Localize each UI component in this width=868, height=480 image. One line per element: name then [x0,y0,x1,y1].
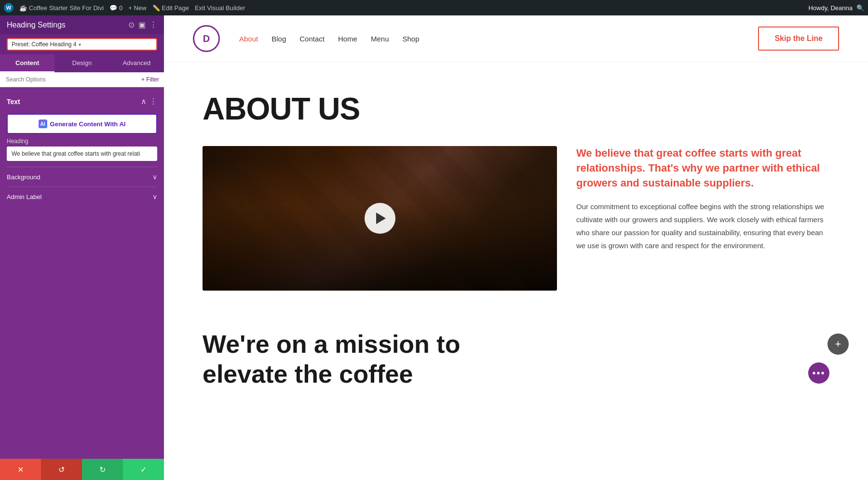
focus-icon[interactable]: ⊙ [128,20,135,29]
tab-design[interactable]: Design [54,54,109,72]
search-input[interactable] [0,72,136,87]
page-content: ABOUT US We believe that great coffee st… [164,62,868,418]
site-nav: About Blog Contact Home Menu Shop [239,35,739,43]
page-title: ABOUT US [203,91,829,127]
nav-about[interactable]: About [239,35,258,43]
comments-item[interactable]: 💬 0 [109,4,122,12]
text-section: Text ∧ ⋮ AI Generate Content With AI Hea… [0,93,164,161]
content-row: We believe that great coffee starts with… [203,146,829,291]
preset-dropdown[interactable]: Preset: Coffee Heading 4 ▾ [7,38,157,51]
nav-menu[interactable]: Menu [371,35,389,43]
ai-button-label: Generate Content With AI [50,120,126,128]
play-button[interactable] [365,203,395,234]
content-heading: We believe that great coffee starts with… [576,146,829,190]
sidebar-title: Heading Settings [7,21,66,29]
admin-label-section-header[interactable]: Admin Label ∨ [7,187,157,206]
nav-home[interactable]: Home [338,35,357,43]
sidebar-header-icons: ⊙ ▣ ⋮ [128,20,157,29]
undo-button[interactable]: ↺ [41,459,82,480]
admin-label-title: Admin Label [7,193,41,200]
redo-icon: ↻ [99,465,106,474]
admin-bar: W ☕ Coffee Starter Site For Divi 💬 0 + N… [0,0,868,15]
search-icon[interactable]: 🔍 [856,4,864,12]
tab-content[interactable]: Content [0,54,54,72]
pencil-icon: ✏️ [152,4,160,12]
float-plus-button[interactable]: + [827,333,849,355]
admin-chevron-down-icon: ∨ [152,193,157,200]
save-button[interactable]: ✓ [123,459,164,480]
save-icon: ✓ [140,465,147,474]
mission-title-line1: We're on a mission to [203,330,460,358]
plus-icon: + [835,338,841,350]
dots-icon: ••• [812,368,825,379]
background-section: Background ∨ [7,167,157,187]
sidebar-content: Text ∧ ⋮ AI Generate Content With AI Hea… [0,87,164,459]
cancel-icon: ✕ [17,465,24,474]
wp-logo-item[interactable]: W [4,3,14,13]
exit-builder-item[interactable]: Exit Visual Builder [195,4,245,12]
dropdown-arrow-icon: ▾ [79,42,81,47]
filter-button[interactable]: + Filter [136,73,164,86]
comments-icon: 💬 [109,4,117,12]
preview-area: D About Blog Contact Home Menu Shop Skip… [164,15,868,480]
generate-ai-button[interactable]: AI Generate Content With AI [7,114,157,134]
undo-icon: ↺ [58,465,65,474]
tab-advanced[interactable]: Advanced [109,54,164,72]
edit-page-item[interactable]: ✏️ Edit Page [152,4,189,12]
admin-bar-right: Howdy, Deanna 🔍 [808,4,864,12]
redo-button[interactable]: ↻ [82,459,123,480]
howdy-label: Howdy, Deanna [808,4,853,12]
sidebar-tabs: Content Design Advanced [0,54,164,72]
more-icon[interactable]: ⋮ [149,20,157,29]
new-item[interactable]: + New [128,4,146,12]
nav-blog[interactable]: Blog [271,35,286,43]
video-container[interactable] [203,146,557,291]
ai-icon: AI [39,120,47,128]
float-dots-button[interactable]: ••• [808,362,829,384]
sidebar-bottom-toolbar: ✕ ↺ ↻ ✓ [0,459,164,480]
exit-builder-label: Exit Visual Builder [195,4,245,12]
play-arrow-icon [376,213,386,224]
background-section-header[interactable]: Background ∨ [7,167,157,187]
preset-label: Preset: Coffee Heading 4 [12,41,77,48]
site-header: D About Blog Contact Home Menu Shop Skip… [164,15,868,62]
skip-line-button[interactable]: Skip the Line [758,27,839,51]
site-name-item[interactable]: ☕ Coffee Starter Site For Divi [19,4,104,12]
site-logo: D [193,25,220,52]
sidebar-header: Heading Settings ⊙ ▣ ⋮ [0,15,164,34]
mission-title: We're on a mission to elevate the coffee [203,329,829,389]
mission-section: We're on a mission to elevate the coffee [203,320,829,389]
search-bar: + Filter [0,72,164,87]
content-text: We believe that great coffee starts with… [576,146,829,252]
wp-logo: W [4,3,14,13]
sidebar: Heading Settings ⊙ ▣ ⋮ Preset: Coffee He… [0,15,164,480]
edit-page-label: Edit Page [162,4,189,12]
heading-field-group: Heading [7,138,157,161]
section-menu-icon[interactable]: ⋮ [149,97,157,106]
background-title: Background [7,173,40,181]
heading-label: Heading [7,138,157,145]
cancel-button[interactable]: ✕ [0,459,41,480]
comments-count: 0 [119,4,122,12]
main-layout: Heading Settings ⊙ ▣ ⋮ Preset: Coffee He… [0,15,868,480]
section-header-icons: ∧ ⋮ [141,97,157,106]
admin-label-section: Admin Label ∨ [7,187,157,206]
content-paragraph: Our commitment to exceptional coffee beg… [576,200,829,252]
chevron-down-icon: ∨ [152,173,157,181]
site-name-label: Coffee Starter Site For Divi [29,4,104,12]
new-label: + New [128,4,146,12]
mission-title-line2: elevate the coffee [203,360,413,388]
coffee-icon: ☕ [19,4,27,12]
text-section-header[interactable]: Text ∧ ⋮ [7,93,157,110]
nav-contact[interactable]: Contact [299,35,325,43]
nav-shop[interactable]: Shop [402,35,419,43]
chevron-up-icon: ∧ [141,97,147,106]
layout-icon[interactable]: ▣ [138,20,146,29]
heading-input[interactable] [7,147,157,161]
text-section-title: Text [7,98,20,106]
